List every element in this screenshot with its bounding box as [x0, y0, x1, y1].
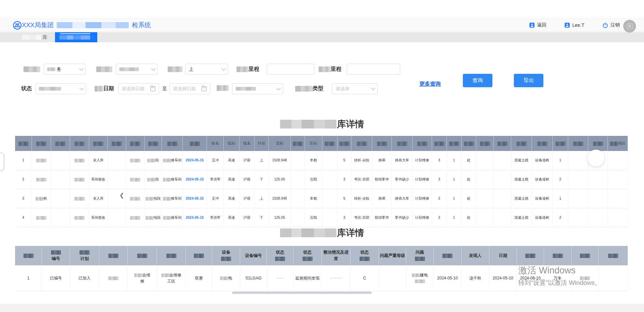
- table-cell: 电段: [145, 189, 162, 208]
- redacted-text: [339, 142, 350, 146]
- redacted-text: [166, 254, 176, 258]
- filter-select-2[interactable]: [116, 64, 158, 75]
- table-row[interactable]: 4车间签收电段修车间2024-05-15李洪军高速沪蓉下125.05云阳3号区-…: [15, 208, 628, 227]
- table2-header-row: 编号计划设备设备编号状态状态整治情况及进度状态问题严重等级问题发现人日期: [15, 246, 628, 265]
- table-cell: 路基: [372, 189, 392, 208]
- redacted-text: [190, 142, 200, 146]
- date-start-picker[interactable]: 请选择日期: [118, 83, 159, 94]
- table-cell: [588, 170, 608, 189]
- table-cell: 丰都: [305, 189, 322, 208]
- table-cell: [108, 208, 126, 227]
- tab-active[interactable]: :: [55, 32, 97, 42]
- table-cell: 1: [553, 151, 568, 170]
- date-placeholder: 请选择日期: [122, 86, 145, 92]
- table-row[interactable]: 1未入库段修车间2024-05-15王冲高速沪蓉上1528.948丰都5转折-尖…: [15, 151, 628, 170]
- table-cell: [568, 170, 588, 189]
- table-cell: 5: [337, 151, 352, 170]
- more-query-link[interactable]: 更多查询: [419, 81, 441, 88]
- table-cell: 王冲: [207, 189, 224, 208]
- left-scroll-handle[interactable]: [0, 153, 4, 171]
- redacted-text: [119, 67, 139, 71]
- table-cell: 车间签收: [89, 170, 108, 189]
- column-header: 编号: [42, 246, 70, 265]
- table-cell: [32, 151, 51, 170]
- table-cell: C: [351, 265, 379, 291]
- redacted-filter-label: [96, 66, 112, 72]
- translate-overlay-icon[interactable]: 文: [623, 20, 636, 33]
- table-cell: [476, 170, 494, 189]
- redacted-text: [130, 178, 140, 181]
- tab-inactive[interactable]: 库: [14, 32, 55, 42]
- status-select[interactable]: [35, 83, 86, 94]
- redacted-title-part: [280, 120, 336, 128]
- start-mileage-input[interactable]: [267, 64, 314, 75]
- redacted-text: [221, 257, 231, 261]
- table-cell: [126, 170, 145, 189]
- table-cell: 合维修: [128, 265, 157, 291]
- table-cell: 4: [15, 208, 32, 227]
- table-cell: [51, 208, 70, 227]
- redacted-text: [36, 178, 46, 181]
- column-header: 设备: [212, 246, 240, 265]
- table-cell: 设备巡检: [532, 151, 553, 170]
- table-cell: 3: [432, 151, 447, 170]
- redacted-text: [397, 142, 407, 146]
- redacted-filter-label: [168, 66, 182, 72]
- current-user[interactable]: Lee.T: [565, 22, 584, 28]
- column-header: [32, 136, 51, 151]
- table-cell: 2024-05-10: [434, 265, 462, 291]
- query-button[interactable]: 查询: [463, 74, 492, 87]
- table1-body: 1未入库段修车间2024-05-15王冲高速沪蓉上1528.948丰都5转折-尖…: [15, 151, 628, 227]
- table-cell: 3: [432, 189, 447, 208]
- type-select[interactable]: 请选择: [332, 83, 378, 94]
- back-button[interactable]: 返回: [529, 22, 546, 28]
- table-cell: 修车间: [162, 189, 183, 208]
- redacted-text: [147, 159, 155, 162]
- table-row[interactable]: 3检未入库电段修车间2024-05-15王冲高速沪蓉上1528.948丰都5转折…: [15, 189, 628, 208]
- table-cell: 5: [337, 189, 352, 208]
- filter-select-1[interactable]: 务: [44, 64, 86, 75]
- table-cell: 2024-05-10: [489, 265, 517, 291]
- export-button[interactable]: 导出: [514, 74, 543, 87]
- column-header: [599, 246, 628, 265]
- redacted-text: [377, 142, 387, 146]
- redacted-text: [553, 254, 563, 258]
- column-header: 线别: [224, 136, 239, 151]
- column-header: 车站: [305, 136, 322, 151]
- next-arrow-button[interactable]: [588, 150, 604, 166]
- column-header: [186, 246, 212, 265]
- redacted-title: [57, 22, 129, 28]
- redacted-text: [220, 276, 228, 280]
- table-row[interactable]: 2车间签收段修车间2024-05-15李洪军高速沪蓉下125.05云阳3号区-后…: [15, 170, 628, 189]
- redacted-text: [108, 276, 118, 280]
- filter-select-5[interactable]: [232, 83, 283, 94]
- table-cell: [568, 189, 588, 208]
- table-cell: 号区-后部: [352, 208, 372, 227]
- table-cell: 已加入: [70, 265, 99, 291]
- end-mileage-input[interactable]: [346, 64, 400, 75]
- select-value: 上: [189, 66, 194, 72]
- table-cell: 王冲: [207, 151, 224, 170]
- table-cell: [476, 151, 494, 170]
- horizontal-scrollbar-thumb[interactable]: [232, 292, 372, 294]
- redacted-label-part: [236, 66, 249, 72]
- redacted-text: [360, 257, 370, 261]
- table-cell: 设备巡检: [532, 170, 553, 189]
- table-cell: 李洪军: [207, 170, 224, 189]
- table-cell: 双寨: [186, 265, 212, 291]
- table-cell: 1528.948: [269, 151, 291, 170]
- table-cell: 联结零件: [372, 208, 392, 227]
- table-cell: 沪蓉: [239, 189, 255, 208]
- table-cell: S1LGAG: [240, 265, 267, 291]
- tab1-label-suffix: 库: [43, 34, 48, 41]
- redacted-text: [130, 142, 140, 146]
- column-header: [476, 136, 494, 151]
- logout-button[interactable]: 注销: [602, 22, 620, 28]
- prev-arrow-icon[interactable]: ❮: [119, 192, 124, 199]
- column-header: [511, 136, 532, 151]
- filter-select-3[interactable]: 上: [185, 64, 228, 75]
- redacted-text: [580, 254, 590, 258]
- date-end-picker[interactable]: 请选择日期: [169, 83, 210, 94]
- redacted-title-part: [280, 228, 336, 237]
- table-cell: 125.05: [269, 170, 291, 189]
